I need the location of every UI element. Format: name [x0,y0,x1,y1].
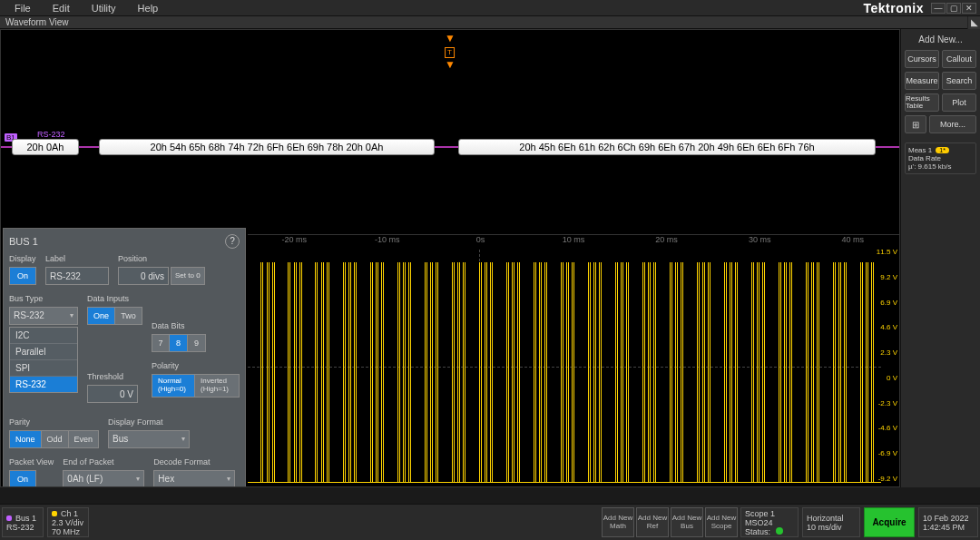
databits-label: Data Bits [152,321,240,330]
decode-packet-0[interactable]: 20h 0Ah [12,139,79,155]
display-on-button[interactable]: On [9,267,36,285]
label-label: Label [45,254,109,263]
waveform-view[interactable]: ▼ T ▼ B1 RS-232 20h 0Ah 20h 54h 65h 68h … [0,29,900,487]
scope-trace [248,250,881,483]
chevron-down-icon: ▾ [181,430,185,448]
time-tick: 30 ms [713,235,807,247]
horizontal-badge[interactable]: Horizontal 10 ms/div [802,507,860,537]
add-ref-button[interactable]: Add New Ref [636,507,669,537]
threshold-input[interactable]: 0 V [87,385,138,403]
time-tick: -20 ms [248,235,341,247]
pktview-on-button[interactable]: On [9,470,36,487]
bus-1-dialog: BUS 1 ? Display On Label RS-232 Position… [3,228,246,487]
bustype-option-rs232[interactable]: RS-232 [10,377,77,392]
eop-combo[interactable]: 0Ah (LF)▾ [63,470,144,487]
maximize-button[interactable]: ▢ [946,3,961,14]
acquire-button[interactable]: Acquire [864,507,915,537]
eop-value: 0Ah (LF) [67,470,103,487]
time-tick: 0s [434,235,527,247]
decode-packet-1[interactable]: 20h 54h 65h 68h 74h 72h 6Fh 6Eh 69h 78h … [99,139,435,155]
date-text: 10 Feb 2022 [923,514,974,523]
add-math-button[interactable]: Add New Math [602,507,634,537]
time-tick: 10 ms [527,235,621,247]
minimize-button[interactable]: — [931,3,946,14]
menu-help[interactable]: Help [127,1,170,15]
chevron-down-icon: ▾ [227,470,230,487]
parity-odd-button[interactable]: Odd [42,430,69,448]
polarity-normal-button[interactable]: Normal (High=0) [152,374,195,398]
polarity-label: Polarity [152,361,240,370]
menu-edit[interactable]: Edit [42,1,81,15]
parity-even-button[interactable]: Even [69,430,100,448]
cursors-button[interactable]: Cursors [905,50,939,68]
menu-utility[interactable]: Utility [81,1,127,15]
pktview-label: Packet View [9,457,54,466]
bus1-line: RS-232 [6,523,39,532]
search-button[interactable]: Search [942,72,976,90]
databits-9-button[interactable]: 9 [188,334,206,352]
scope-title: Scope 1 [745,509,794,518]
ch1-bandwidth: 70 MHz [52,527,84,536]
dispfmt-label: Display Format [108,417,190,427]
bustype-listbox: I2C Parallel SPI RS-232 [9,327,78,393]
bus-protocol-tag: RS-232 [37,130,65,139]
side-panel: Add New... Cursors Callout Measure Searc… [900,29,980,487]
label-input[interactable]: RS-232 [45,267,109,285]
time-text: 1:42:45 PM [923,523,974,532]
chevron-down-icon: ▾ [70,307,74,325]
databits-8-button[interactable]: 8 [170,334,188,352]
meas-1-badge[interactable]: Meas 1 1* Data Rate µ': 9.615 kb/s [905,142,976,174]
draw-segments-icon[interactable]: ⊞ [905,115,926,133]
meas-value: µ': 9.615 kb/s [908,162,973,171]
dispfmt-value: Bus [113,430,128,448]
menubar: File Edit Utility Help Tektronix — ▢ ✕ [0,0,980,16]
trigger-marker-icon[interactable]: ▼ T ▼ [445,32,456,71]
help-icon[interactable]: ? [225,234,240,249]
chevron-down-icon: ▾ [136,470,140,487]
datainputs-label: Data Inputs [87,294,142,303]
position-label: Position [118,254,205,263]
eop-label: End of Packet [63,457,144,466]
ch1-badge[interactable]: Ch 1 2.3 V/div 70 MHz [47,507,89,537]
bus1-badge[interactable]: Bus 1 RS-232 [2,507,44,537]
results-table-button[interactable]: Results Table [905,93,939,112]
wf-title: Waveform View [5,17,68,27]
time-tick: 40 ms [806,235,899,247]
close-button[interactable]: ✕ [962,3,976,14]
wf-corner-icon[interactable]: ◣ [967,16,980,29]
datainputs-one-button[interactable]: One [87,307,115,325]
threshold-label: Threshold [87,372,142,381]
bustype-option-parallel[interactable]: Parallel [10,344,77,360]
datainputs-two-button[interactable]: Two [115,307,142,325]
bottom-bar: Bus 1 RS-232 Ch 1 2.3 V/div 70 MHz Add N… [0,504,980,540]
ch1-voltage: 2.3 V/div [52,518,84,527]
bustype-option-spi[interactable]: SPI [10,360,77,377]
time-tick: -10 ms [341,235,435,247]
plot-button[interactable]: Plot [942,93,976,112]
set-to-0-button[interactable]: Set to 0 [171,267,205,285]
more-button[interactable]: More... [929,115,976,133]
bustype-option-i2c[interactable]: I2C [10,328,77,344]
menu-file[interactable]: File [4,1,42,15]
add-scope-button[interactable]: Add New Scope [705,507,738,537]
polarity-inverted-button[interactable]: Inverted (High=1) [195,374,240,398]
scope-badge[interactable]: Scope 1 MSO24 Status: [740,507,799,537]
bustype-combo[interactable]: RS-232▾ [9,307,78,325]
time-tick: 20 ms [620,235,713,247]
dispfmt-combo[interactable]: Bus▾ [108,430,190,448]
callout-button[interactable]: Callout [942,50,976,68]
measure-button[interactable]: Measure [905,72,939,90]
status-dot-icon [776,527,783,535]
add-bus-button[interactable]: Add New Bus [671,507,703,537]
trigger-t-label: T [445,47,455,58]
decfmt-combo[interactable]: Hex▾ [153,470,235,487]
decfmt-label: Decode Format [153,457,235,466]
position-input[interactable]: 0 divs [118,267,169,285]
window-controls: — ▢ ✕ [931,3,976,14]
databits-7-button[interactable]: 7 [152,334,170,352]
decode-packet-2[interactable]: 20h 45h 6Eh 61h 62h 6Ch 69h 6Eh 67h 20h … [458,139,876,155]
time-ruler: -20 ms -10 ms 0s 10 ms 20 ms 30 ms 40 ms [248,234,899,247]
parity-none-button[interactable]: None [9,430,42,448]
scope-model: MSO24 [745,518,794,527]
ch1-title: Ch 1 [61,509,78,518]
